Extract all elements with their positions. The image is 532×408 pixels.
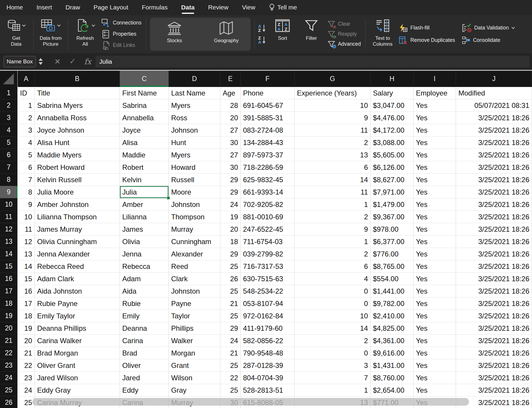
cell-A25[interactable]: 24 <box>18 384 35 397</box>
cell-F9[interactable]: 661-9393-14 <box>241 186 295 198</box>
cell-A19[interactable]: 18 <box>18 310 35 322</box>
cell-G18[interactable]: 0 <box>295 297 371 310</box>
cell-J3[interactable]: 3/25/2021 18:26 <box>456 112 532 124</box>
cell-B7[interactable]: Robert Howard <box>35 161 120 174</box>
row-header-2[interactable]: 2 <box>0 99 18 112</box>
cell-C20[interactable]: Deanna <box>120 322 169 335</box>
row-header-22[interactable]: 22 <box>0 347 18 359</box>
cell-B24[interactable]: Jared Wilson <box>35 372 120 384</box>
cell-D15[interactable]: Reed <box>169 260 220 273</box>
menu-item-data[interactable]: Data <box>181 0 195 15</box>
cell-B6[interactable]: Maddie Myers <box>35 149 120 161</box>
cell-F17[interactable]: 548-2534-22 <box>241 285 295 297</box>
menu-item-formulas[interactable]: Formulas <box>142 0 168 15</box>
cell-J21[interactable]: 3/25/2021 18:26 <box>456 335 532 347</box>
cell-C17[interactable]: Aida <box>120 285 169 297</box>
flash-fill-button[interactable]: Flash-fill <box>399 24 455 32</box>
cell-D21[interactable]: Walker <box>169 335 220 347</box>
cell-H20[interactable]: $4,825.00 <box>371 322 414 335</box>
geography-button[interactable]: Geography <box>212 19 241 49</box>
cell-I22[interactable]: Yes <box>414 347 456 359</box>
cell-H23[interactable]: $1,431.00 <box>371 359 414 372</box>
cell-A23[interactable]: 22 <box>18 359 35 372</box>
cell-J15[interactable]: 3/25/2021 18:26 <box>456 260 532 273</box>
row-header-9[interactable]: 9 <box>0 186 18 198</box>
cell-G20[interactable]: 14 <box>295 322 371 335</box>
cell-H14[interactable]: $776.00 <box>371 248 414 260</box>
cell-J23[interactable]: 3/25/2021 18:26 <box>456 359 532 372</box>
cell-G6[interactable]: 13 <box>295 149 371 161</box>
cell-C23[interactable]: Oliver <box>120 359 169 372</box>
cell-J12[interactable]: 3/25/2021 18:26 <box>456 223 532 236</box>
cell-D2[interactable]: Myers <box>169 99 220 112</box>
cell-I6[interactable]: Yes <box>414 149 456 161</box>
cell-H2[interactable]: $3,047.00 <box>371 99 414 112</box>
cell-I20[interactable]: Yes <box>414 322 456 335</box>
stocks-button[interactable]: Stocks <box>160 19 189 49</box>
cell-J6[interactable]: 3/25/2021 18:26 <box>456 149 532 161</box>
row-header-3[interactable]: 3 <box>0 112 18 124</box>
cell-E12[interactable]: 20 <box>220 223 241 236</box>
cell-F1[interactable]: Phone <box>241 87 295 99</box>
cell-I25[interactable]: Yes <box>414 384 456 397</box>
cell-C22[interactable]: Brad <box>120 347 169 359</box>
cell-J13[interactable]: 3/25/2021 18:26 <box>456 236 532 248</box>
cell-G8[interactable]: 14 <box>295 174 371 186</box>
cell-C21[interactable]: Carina <box>120 335 169 347</box>
cell-B18[interactable]: Rubie Payne <box>35 297 120 310</box>
cell-F6[interactable]: 897-5973-37 <box>241 149 295 161</box>
cell-A15[interactable]: 14 <box>18 260 35 273</box>
cell-A18[interactable]: 17 <box>18 297 35 310</box>
cell-B13[interactable]: Olivia Cunningham <box>35 236 120 248</box>
cell-G5[interactable]: 2 <box>295 136 371 149</box>
cell-C25[interactable]: Eddy <box>120 384 169 397</box>
cell-E6[interactable]: 27 <box>220 149 241 161</box>
cell-J19[interactable]: 3/25/2021 18:26 <box>456 310 532 322</box>
cell-F5[interactable]: 134-2884-43 <box>241 136 295 149</box>
insert-function-icon[interactable]: fx <box>84 57 91 66</box>
cell-A17[interactable]: 16 <box>18 285 35 297</box>
cell-J10[interactable]: 3/25/2021 18:26 <box>456 198 532 211</box>
row-header-18[interactable]: 18 <box>0 297 18 310</box>
cell-J8[interactable]: 3/25/2021 18:26 <box>456 174 532 186</box>
cell-I15[interactable]: Yes <box>414 260 456 273</box>
column-header-E[interactable]: E <box>220 71 241 87</box>
cell-E15[interactable]: 25 <box>220 260 241 273</box>
cell-H6[interactable]: $5,605.00 <box>371 149 414 161</box>
cell-F10[interactable]: 702-9205-82 <box>241 198 295 211</box>
cell-E13[interactable]: 18 <box>220 236 241 248</box>
cell-J14[interactable]: 3/25/2021 18:26 <box>456 248 532 260</box>
cell-H16[interactable]: $554.00 <box>371 273 414 285</box>
edit-links-button[interactable]: Edit Links <box>101 41 141 50</box>
cell-G15[interactable]: 6 <box>295 260 371 273</box>
cell-D7[interactable]: Howard <box>169 161 220 174</box>
cell-E14[interactable]: 29 <box>220 248 241 260</box>
cell-A5[interactable]: 4 <box>18 136 35 149</box>
cell-E1[interactable]: Age <box>220 87 241 99</box>
cell-J7[interactable]: 3/25/2021 18:26 <box>456 161 532 174</box>
cell-B11[interactable]: Lilianna Thompson <box>35 211 120 223</box>
menu-item-view[interactable]: View <box>242 0 255 15</box>
cell-G14[interactable]: 2 <box>295 248 371 260</box>
cell-H4[interactable]: $4,172.00 <box>371 124 414 136</box>
cell-E5[interactable]: 30 <box>220 136 241 149</box>
clear-filter-button[interactable]: ✕ Clear <box>328 20 361 28</box>
cell-D20[interactable]: Phillips <box>169 322 220 335</box>
horizontal-scrollbar[interactable] <box>32 398 469 406</box>
cell-A1[interactable]: ID <box>18 87 35 99</box>
cell-A4[interactable]: 3 <box>18 124 35 136</box>
row-header-13[interactable]: 13 <box>0 236 18 248</box>
cell-H7[interactable]: $6,126.00 <box>371 161 414 174</box>
cell-D10[interactable]: Johnston <box>169 198 220 211</box>
cell-B19[interactable]: Emily Taylor <box>35 310 120 322</box>
cell-I10[interactable]: Yes <box>414 198 456 211</box>
row-header-11[interactable]: 11 <box>0 211 18 223</box>
cell-D3[interactable]: Ross <box>169 112 220 124</box>
cell-E24[interactable]: 22 <box>220 372 241 384</box>
cell-C24[interactable]: Jared <box>120 372 169 384</box>
cell-B22[interactable]: Brad Morgan <box>35 347 120 359</box>
cell-A7[interactable]: 6 <box>18 161 35 174</box>
cell-C10[interactable]: Amber <box>120 198 169 211</box>
column-header-G[interactable]: G <box>295 71 371 87</box>
cell-I8[interactable]: Yes <box>414 174 456 186</box>
